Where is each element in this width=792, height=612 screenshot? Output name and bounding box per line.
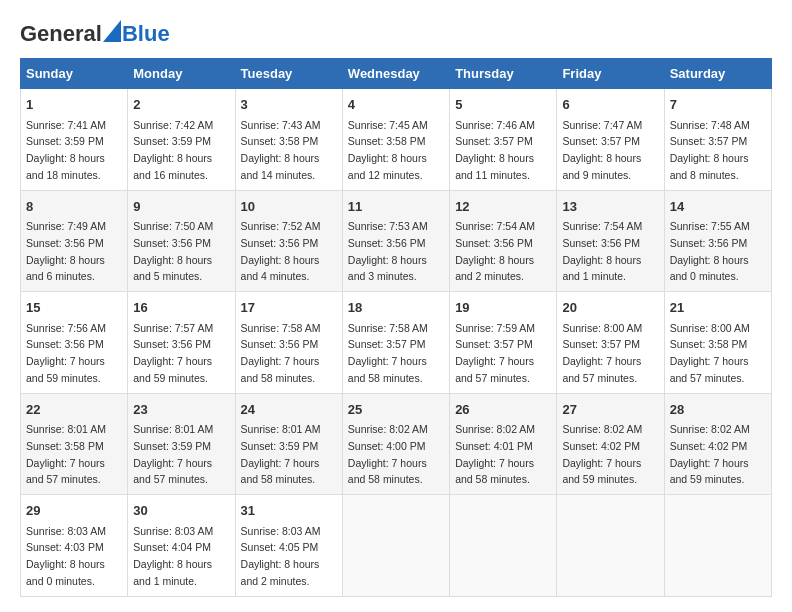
- calendar-cell: 31Sunrise: 8:03 AMSunset: 4:05 PMDayligh…: [235, 495, 342, 597]
- day-info: Sunrise: 7:59 AMSunset: 3:57 PMDaylight:…: [455, 322, 535, 384]
- day-number: 23: [133, 400, 229, 420]
- svg-marker-0: [103, 20, 121, 42]
- logo-general-text: General: [20, 21, 102, 47]
- calendar-cell: 14Sunrise: 7:55 AMSunset: 3:56 PMDayligh…: [664, 190, 771, 292]
- day-number: 15: [26, 298, 122, 318]
- day-number: 30: [133, 501, 229, 521]
- day-of-week-header: Sunday: [21, 59, 128, 89]
- day-info: Sunrise: 7:50 AMSunset: 3:56 PMDaylight:…: [133, 220, 213, 282]
- page-header: General Blue: [20, 20, 772, 48]
- day-number: 1: [26, 95, 122, 115]
- calendar-cell: 7Sunrise: 7:48 AMSunset: 3:57 PMDaylight…: [664, 89, 771, 191]
- calendar-cell: 5Sunrise: 7:46 AMSunset: 3:57 PMDaylight…: [450, 89, 557, 191]
- day-number: 4: [348, 95, 444, 115]
- day-number: 9: [133, 197, 229, 217]
- calendar-cell: 19Sunrise: 7:59 AMSunset: 3:57 PMDayligh…: [450, 292, 557, 394]
- day-number: 21: [670, 298, 766, 318]
- day-number: 25: [348, 400, 444, 420]
- calendar-week-row: 15Sunrise: 7:56 AMSunset: 3:56 PMDayligh…: [21, 292, 772, 394]
- day-number: 2: [133, 95, 229, 115]
- calendar-cell: 29Sunrise: 8:03 AMSunset: 4:03 PMDayligh…: [21, 495, 128, 597]
- day-info: Sunrise: 8:03 AMSunset: 4:05 PMDaylight:…: [241, 525, 321, 587]
- day-info: Sunrise: 7:54 AMSunset: 3:56 PMDaylight:…: [455, 220, 535, 282]
- day-of-week-header: Wednesday: [342, 59, 449, 89]
- day-number: 8: [26, 197, 122, 217]
- calendar-cell: 12Sunrise: 7:54 AMSunset: 3:56 PMDayligh…: [450, 190, 557, 292]
- calendar-cell: 24Sunrise: 8:01 AMSunset: 3:59 PMDayligh…: [235, 393, 342, 495]
- day-info: Sunrise: 7:52 AMSunset: 3:56 PMDaylight:…: [241, 220, 321, 282]
- calendar-cell: 28Sunrise: 8:02 AMSunset: 4:02 PMDayligh…: [664, 393, 771, 495]
- day-number: 6: [562, 95, 658, 115]
- day-info: Sunrise: 7:53 AMSunset: 3:56 PMDaylight:…: [348, 220, 428, 282]
- calendar-cell: [664, 495, 771, 597]
- calendar-week-row: 22Sunrise: 8:01 AMSunset: 3:58 PMDayligh…: [21, 393, 772, 495]
- day-of-week-header: Saturday: [664, 59, 771, 89]
- day-number: 10: [241, 197, 337, 217]
- calendar-cell: 17Sunrise: 7:58 AMSunset: 3:56 PMDayligh…: [235, 292, 342, 394]
- day-info: Sunrise: 8:02 AMSunset: 4:01 PMDaylight:…: [455, 423, 535, 485]
- day-info: Sunrise: 8:03 AMSunset: 4:04 PMDaylight:…: [133, 525, 213, 587]
- day-of-week-header: Tuesday: [235, 59, 342, 89]
- calendar-cell: 16Sunrise: 7:57 AMSunset: 3:56 PMDayligh…: [128, 292, 235, 394]
- day-info: Sunrise: 8:03 AMSunset: 4:03 PMDaylight:…: [26, 525, 106, 587]
- day-info: Sunrise: 7:46 AMSunset: 3:57 PMDaylight:…: [455, 119, 535, 181]
- day-info: Sunrise: 7:56 AMSunset: 3:56 PMDaylight:…: [26, 322, 106, 384]
- day-number: 28: [670, 400, 766, 420]
- calendar-cell: 2Sunrise: 7:42 AMSunset: 3:59 PMDaylight…: [128, 89, 235, 191]
- day-info: Sunrise: 8:01 AMSunset: 3:58 PMDaylight:…: [26, 423, 106, 485]
- logo: General Blue: [20, 20, 170, 48]
- day-info: Sunrise: 8:02 AMSunset: 4:02 PMDaylight:…: [670, 423, 750, 485]
- day-number: 26: [455, 400, 551, 420]
- calendar-cell: [342, 495, 449, 597]
- day-number: 16: [133, 298, 229, 318]
- calendar-cell: 26Sunrise: 8:02 AMSunset: 4:01 PMDayligh…: [450, 393, 557, 495]
- day-info: Sunrise: 7:45 AMSunset: 3:58 PMDaylight:…: [348, 119, 428, 181]
- calendar-cell: 25Sunrise: 8:02 AMSunset: 4:00 PMDayligh…: [342, 393, 449, 495]
- day-number: 12: [455, 197, 551, 217]
- day-info: Sunrise: 8:01 AMSunset: 3:59 PMDaylight:…: [241, 423, 321, 485]
- calendar-cell: 4Sunrise: 7:45 AMSunset: 3:58 PMDaylight…: [342, 89, 449, 191]
- calendar-header-row: SundayMondayTuesdayWednesdayThursdayFrid…: [21, 59, 772, 89]
- day-info: Sunrise: 7:47 AMSunset: 3:57 PMDaylight:…: [562, 119, 642, 181]
- day-number: 11: [348, 197, 444, 217]
- day-number: 29: [26, 501, 122, 521]
- calendar-cell: 21Sunrise: 8:00 AMSunset: 3:58 PMDayligh…: [664, 292, 771, 394]
- calendar-cell: 30Sunrise: 8:03 AMSunset: 4:04 PMDayligh…: [128, 495, 235, 597]
- day-info: Sunrise: 7:54 AMSunset: 3:56 PMDaylight:…: [562, 220, 642, 282]
- day-number: 14: [670, 197, 766, 217]
- calendar-cell: 20Sunrise: 8:00 AMSunset: 3:57 PMDayligh…: [557, 292, 664, 394]
- calendar-cell: 1Sunrise: 7:41 AMSunset: 3:59 PMDaylight…: [21, 89, 128, 191]
- day-of-week-header: Monday: [128, 59, 235, 89]
- calendar-cell: 18Sunrise: 7:58 AMSunset: 3:57 PMDayligh…: [342, 292, 449, 394]
- calendar-cell: 3Sunrise: 7:43 AMSunset: 3:58 PMDaylight…: [235, 89, 342, 191]
- day-info: Sunrise: 8:00 AMSunset: 3:57 PMDaylight:…: [562, 322, 642, 384]
- day-number: 19: [455, 298, 551, 318]
- day-info: Sunrise: 7:43 AMSunset: 3:58 PMDaylight:…: [241, 119, 321, 181]
- day-number: 3: [241, 95, 337, 115]
- day-number: 13: [562, 197, 658, 217]
- day-number: 7: [670, 95, 766, 115]
- day-number: 20: [562, 298, 658, 318]
- calendar-cell: [450, 495, 557, 597]
- day-info: Sunrise: 7:42 AMSunset: 3:59 PMDaylight:…: [133, 119, 213, 181]
- day-number: 24: [241, 400, 337, 420]
- logo-triangle-icon: [103, 20, 121, 42]
- calendar-cell: 27Sunrise: 8:02 AMSunset: 4:02 PMDayligh…: [557, 393, 664, 495]
- day-info: Sunrise: 7:49 AMSunset: 3:56 PMDaylight:…: [26, 220, 106, 282]
- day-info: Sunrise: 7:58 AMSunset: 3:56 PMDaylight:…: [241, 322, 321, 384]
- day-number: 22: [26, 400, 122, 420]
- calendar-table: SundayMondayTuesdayWednesdayThursdayFrid…: [20, 58, 772, 597]
- day-info: Sunrise: 8:00 AMSunset: 3:58 PMDaylight:…: [670, 322, 750, 384]
- calendar-cell: 10Sunrise: 7:52 AMSunset: 3:56 PMDayligh…: [235, 190, 342, 292]
- day-info: Sunrise: 8:02 AMSunset: 4:00 PMDaylight:…: [348, 423, 428, 485]
- calendar-cell: 8Sunrise: 7:49 AMSunset: 3:56 PMDaylight…: [21, 190, 128, 292]
- day-number: 17: [241, 298, 337, 318]
- day-info: Sunrise: 7:48 AMSunset: 3:57 PMDaylight:…: [670, 119, 750, 181]
- calendar-week-row: 29Sunrise: 8:03 AMSunset: 4:03 PMDayligh…: [21, 495, 772, 597]
- calendar-week-row: 1Sunrise: 7:41 AMSunset: 3:59 PMDaylight…: [21, 89, 772, 191]
- day-info: Sunrise: 7:57 AMSunset: 3:56 PMDaylight:…: [133, 322, 213, 384]
- calendar-cell: 11Sunrise: 7:53 AMSunset: 3:56 PMDayligh…: [342, 190, 449, 292]
- day-info: Sunrise: 8:01 AMSunset: 3:59 PMDaylight:…: [133, 423, 213, 485]
- calendar-cell: 22Sunrise: 8:01 AMSunset: 3:58 PMDayligh…: [21, 393, 128, 495]
- calendar-cell: 15Sunrise: 7:56 AMSunset: 3:56 PMDayligh…: [21, 292, 128, 394]
